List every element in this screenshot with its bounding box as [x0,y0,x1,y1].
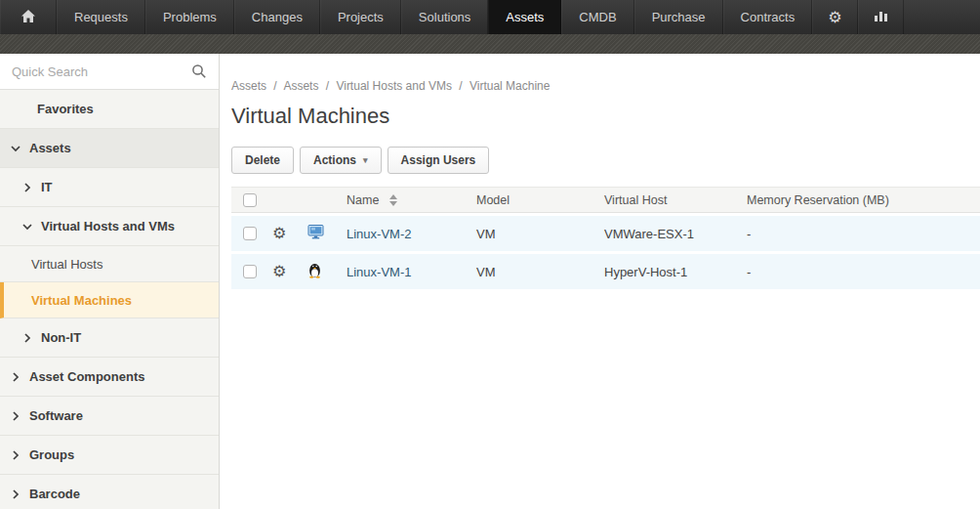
sidebar-item-label: Favorites [37,102,94,116]
sidebar-item-software[interactable]: Software [0,397,219,436]
linux-penguin-icon [307,262,322,281]
chevron-right-icon [12,489,20,499]
main-content: Assets / Assets / Virtual Hosts and VMs … [220,54,980,509]
sidebar-item-label: Groups [29,447,74,462]
nav-item-solutions[interactable]: Solutions [401,0,488,34]
column-header-label: Name [347,193,379,207]
chevron-right-icon [23,183,32,192]
column-header-memory-reservation: Memory Reservation (MB) [747,193,980,207]
nav-item-purchase[interactable]: Purchase [634,0,723,34]
sidebar: Favorites Assets IT Virtual Hosts and VM… [0,54,220,509]
vm-name-link[interactable]: Linux-VM-1 [347,265,411,279]
sidebar-item-label: Asset Components [29,369,144,384]
windows-vm-icon [307,224,325,243]
nav-item-label: Contracts [741,10,796,24]
sidebar-item-it[interactable]: IT [0,168,219,207]
sidebar-item-label: Assets [29,141,71,155]
top-nav: Requests Problems Changes Projects Solut… [0,0,980,34]
actions-dropdown-button[interactable]: Actions ▾ [300,147,382,174]
column-header-label: Memory Reservation (MB) [747,193,889,207]
chevron-right-icon [12,372,20,382]
sidebar-item-asset-components[interactable]: Asset Components [0,358,219,397]
nav-item-assets[interactable]: Assets [488,0,561,34]
sidebar-item-assets[interactable]: Assets [0,129,219,168]
table-row: ⚙ Linux-VM-1 VM HyperV-Host-1 - [231,254,980,289]
nav-item-cmdb[interactable]: CMDB [561,0,633,34]
nav-spacer [904,0,980,34]
breadcrumb-separator: / [273,79,276,93]
nav-item-projects[interactable]: Projects [320,0,401,34]
chevron-right-icon [12,450,20,460]
column-header-label: Model [476,193,510,207]
sidebar-item-label: Barcode [29,487,80,501]
sidebar-item-label: Virtual Machines [31,293,132,308]
model-cell: VM [476,227,604,241]
table-header-row: Name Model Virtual Host Memory Reservati… [231,187,980,213]
toolbar: Delete Actions ▾ Assign Users [231,147,980,174]
virtual-host-cell: VMWare-ESX-1 [604,227,747,241]
home-button[interactable] [0,0,57,34]
nav-item-changes[interactable]: Changes [234,0,320,34]
sort-icon[interactable] [389,194,397,206]
assign-users-button[interactable]: Assign Users [388,147,490,174]
nav-item-label: Changes [252,10,303,24]
caret-down-icon: ▾ [363,155,368,165]
nav-item-problems[interactable]: Problems [145,0,234,34]
sidebar-item-label: Virtual Hosts [31,257,102,272]
actions-button-label: Actions [313,153,356,167]
sidebar-item-favorites[interactable]: Favorites [0,90,219,129]
column-header-model: Model [476,193,604,207]
virtual-host-cell: HyperV-Host-1 [604,265,747,279]
home-icon [20,9,36,26]
select-all-checkbox[interactable] [243,193,257,207]
sidebar-item-label: IT [41,180,53,194]
table-row: ⚙ Linux-VM-2 VM VMWare-ESX-1 - [231,216,980,251]
breadcrumb-link[interactable]: Assets [283,79,318,93]
row-actions-gear-icon[interactable]: ⚙ [272,226,286,241]
sidebar-item-barcode[interactable]: Barcode [0,475,219,509]
sidebar-item-non-it[interactable]: Non-IT [0,318,219,358]
nav-item-label: Assets [506,10,544,24]
quick-search-box [0,54,219,90]
vm-table: Name Model Virtual Host Memory Reservati… [231,187,980,289]
row-checkbox[interactable] [243,227,257,240]
column-header-label: Virtual Host [604,193,667,207]
vm-name-link[interactable]: Linux-VM-2 [347,227,411,241]
nav-item-requests[interactable]: Requests [57,0,145,34]
settings-button[interactable]: ⚙ [812,0,857,34]
column-header-name[interactable]: Name [347,193,476,207]
nav-item-label: Purchase [652,10,706,24]
column-header-virtual-host: Virtual Host [604,193,747,207]
chevron-right-icon [12,411,20,421]
breadcrumb-link[interactable]: Assets [231,79,266,93]
sidebar-item-label: Non-IT [41,330,81,345]
chevron-down-icon [12,144,20,153]
sidebar-item-virtual-hosts-and-vms[interactable]: Virtual Hosts and VMs [0,207,219,246]
chevron-right-icon [23,333,32,343]
memory-reservation-cell: - [747,265,980,279]
search-input[interactable] [12,64,191,79]
sidebar-item-virtual-hosts[interactable]: Virtual Hosts [0,246,219,282]
breadcrumb-separator: / [326,79,329,93]
row-checkbox[interactable] [243,265,257,278]
nav-item-contracts[interactable]: Contracts [723,0,813,34]
row-actions-gear-icon[interactable]: ⚙ [272,264,286,279]
nav-item-label: CMDB [579,10,616,24]
sidebar-item-virtual-machines[interactable]: Virtual Machines [0,282,219,318]
sidebar-item-label: Software [29,408,83,423]
sidebar-item-groups[interactable]: Groups [0,436,219,475]
breadcrumb-link[interactable]: Virtual Hosts and VMs [336,79,452,93]
assign-users-button-label: Assign Users [401,153,476,167]
reports-button[interactable] [858,0,904,34]
breadcrumb: Assets / Assets / Virtual Hosts and VMs … [231,79,980,93]
model-cell: VM [476,265,604,279]
delete-button-label: Delete [245,153,280,167]
delete-button[interactable]: Delete [231,147,294,174]
nav-item-label: Requests [74,10,128,24]
chevron-down-icon [23,222,32,232]
memory-reservation-cell: - [747,227,980,241]
nav-item-label: Projects [338,10,384,24]
nav-item-label: Problems [163,10,217,24]
breadcrumb-separator: / [459,79,462,93]
search-icon[interactable] [191,64,207,79]
